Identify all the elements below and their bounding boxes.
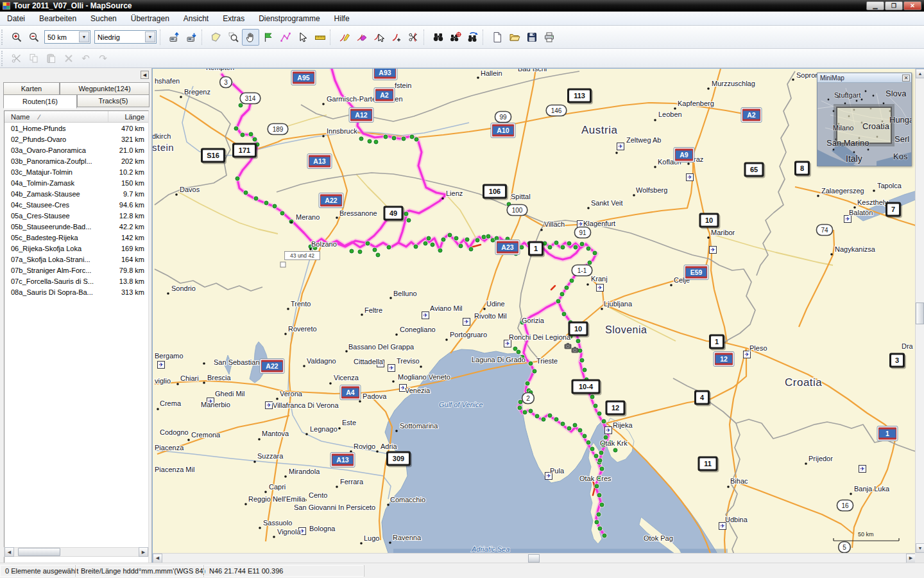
new-document-button[interactable] [488, 29, 506, 46]
column-name[interactable]: Name [11, 113, 30, 121]
route-row[interactable]: 03a_Ovaro-Panoramica21.0 km [4, 144, 148, 155]
scroll-right-icon[interactable]: ▶ [139, 547, 148, 557]
open-button[interactable] [506, 29, 523, 46]
route-row[interactable]: 02_Pfunds-Ovaro321 km [4, 134, 148, 144]
minimize-button[interactable]: ▁ [866, 1, 884, 10]
status-bar: 0 Elemente ausgewählt Breite/Länge hddd°… [0, 563, 924, 578]
menu-datei[interactable]: Datei [0, 12, 32, 25]
route-row[interactable]: 07a_Skofja Loka-Strani...164 km [4, 254, 148, 265]
zoom-tool-button[interactable] [225, 29, 242, 46]
route-name: 05c_Badesteg-Rijeka [4, 234, 103, 241]
route-row[interactable]: 01_Home-Pfunds470 km [4, 123, 148, 134]
route-row[interactable]: 04b_Zamask-Stausee9.7 km [4, 188, 148, 199]
title-bar[interactable]: Tour 2011_V07_Olli - MapSource ▁ ❐ ✕ [0, 0, 924, 12]
erase-track-button[interactable] [353, 29, 370, 46]
waypoint-tool-button[interactable] [259, 29, 277, 46]
redo-button[interactable]: ↷ [94, 50, 112, 67]
menu-suchen[interactable]: Suchen [83, 12, 124, 25]
find-button[interactable] [429, 29, 447, 46]
zoom-out-button[interactable] [25, 29, 42, 46]
route-row[interactable]: 05c_Badesteg-Rijeka142 km [4, 232, 148, 243]
selection-tool-button[interactable] [294, 29, 311, 46]
tab-tracks[interactable]: Tracks(5) [77, 94, 150, 107]
route-name: 04a_Tolmin-Zamask [4, 179, 103, 187]
svg-text:Italy: Italy [846, 153, 862, 164]
route-tool-button[interactable] [277, 29, 294, 46]
column-length[interactable]: Länge [108, 113, 148, 121]
join-track-button[interactable] [388, 29, 405, 46]
scroll-thumb[interactable] [916, 302, 924, 324]
print-button[interactable] [540, 29, 558, 46]
route-list-header[interactable]: Name∕ Länge [4, 111, 148, 123]
map-scale-select[interactable]: 50 km ▼ [44, 30, 90, 44]
scroll-thumb[interactable] [18, 548, 60, 556]
paste-button[interactable] [42, 50, 60, 67]
scroll-thumb[interactable] [528, 554, 540, 563]
delete-button[interactable] [60, 50, 77, 67]
svg-text:✈: ✈ [860, 466, 865, 472]
map-hscrollbar[interactable]: ◀ ▶ [153, 553, 916, 563]
save-button[interactable] [523, 29, 540, 46]
find-nearest-button[interactable] [447, 29, 464, 46]
minimap-close-icon[interactable]: ✕ [902, 74, 910, 82]
scroll-up-icon[interactable]: ▲ [916, 69, 924, 78]
maximize-button[interactable]: ❐ [885, 1, 903, 10]
zoom-in-button[interactable] [8, 29, 25, 46]
select-track-button[interactable] [370, 29, 388, 46]
menu-extras[interactable]: Extras [216, 12, 252, 25]
sidebar-collapse-button[interactable]: ◀ [141, 71, 149, 79]
receive-from-device-button[interactable] [183, 29, 200, 46]
toolbar-grip [1, 51, 6, 66]
svg-text:Ghedi Mil: Ghedi Mil [215, 390, 244, 398]
menu-bertragen[interactable]: Übertragen [124, 12, 176, 25]
route-row[interactable]: 05a_Cres-Stausee12.8 km [4, 210, 148, 221]
map-vscrollbar[interactable]: ▲ ▼ [915, 69, 924, 553]
route-row[interactable]: 04c_Stausee-Cres94.6 km [4, 199, 148, 210]
undo-button[interactable]: ↶ [77, 50, 94, 67]
route-row[interactable]: 03b_Panoramica-Zoufpl...202 km [4, 155, 148, 166]
svg-text:S16: S16 [207, 152, 219, 159]
map-tool-button[interactable] [207, 29, 225, 46]
menu-hilfe[interactable]: Hilfe [327, 12, 357, 25]
scroll-left-icon[interactable]: ◀ [153, 554, 162, 563]
sidebar-hscrollbar[interactable]: ◀ ▶ [4, 547, 149, 557]
close-button[interactable]: ✕ [903, 1, 921, 10]
route-row[interactable]: 07b_Straniger Alm-Forc...79.8 km [4, 265, 148, 276]
svg-text:A12: A12 [355, 111, 367, 119]
menu-ansicht[interactable]: Ansicht [176, 12, 216, 25]
map-canvas[interactable]: ✈✈✈✈✈✈✈✈✈✈✈✈✈✈✈✈✈✈✈✈✈KemptenhshafenBrege… [153, 69, 916, 553]
menu-dienstprogramme[interactable]: Dienstprogramme [252, 12, 327, 25]
cut-button[interactable] [8, 50, 25, 67]
tab-wegpunkte[interactable]: Wegpunkte(124) [60, 82, 150, 95]
detail-level-select[interactable]: Niedrig ▼ [94, 30, 157, 44]
recently-found-button[interactable] [464, 29, 481, 46]
route-row[interactable]: 08a_Sauris Di Sopra-Ba...313 km [4, 286, 148, 297]
tab-routen[interactable]: Routen(16) [3, 94, 77, 109]
minimap-panel[interactable]: MiniMap ✕ StuttgartSlovaHungaCroatiaMila… [817, 73, 912, 166]
hand-tool-button[interactable] [242, 29, 259, 46]
send-to-device-button[interactable] [166, 29, 183, 46]
tab-label: Karten [21, 85, 42, 92]
minimap-canvas[interactable]: StuttgartSlovaHungaCroatiaMilanoSan Mari… [817, 83, 911, 166]
route-row[interactable]: 05b_Stauseerunde-Bad...42.2 km [4, 221, 148, 232]
svg-text:Padova: Padova [363, 392, 387, 400]
menu-bearbeiten[interactable]: Bearbeiten [32, 12, 83, 25]
measure-tool-button[interactable] [311, 29, 329, 46]
route-row[interactable]: 03c_Matajur-Tolmin10.2 km [4, 166, 148, 177]
route-row[interactable]: 04a_Tolmin-Zamask150 km [4, 177, 148, 188]
toolbar-grip [1, 30, 6, 45]
svg-text:171: 171 [239, 146, 250, 154]
route-row[interactable]: 06_Rijeka-Skofja Loka169 km [4, 243, 148, 254]
draw-track-button[interactable] [336, 29, 353, 46]
svg-text:309: 309 [393, 455, 404, 462]
scroll-right-icon[interactable]: ▶ [906, 554, 916, 563]
minimap-titlebar[interactable]: MiniMap ✕ [817, 73, 911, 83]
scroll-left-icon[interactable]: ◀ [4, 547, 14, 557]
cut-track-button[interactable] [405, 29, 422, 46]
svg-text:314: 314 [245, 95, 256, 102]
route-row[interactable]: 07c_Forcella-Sauris di S...13.8 km [4, 276, 148, 286]
scroll-down-icon[interactable]: ▼ [916, 543, 924, 553]
copy-button[interactable] [25, 50, 42, 67]
svg-text:✈: ✈ [618, 143, 623, 150]
tab-karten[interactable]: Karten [3, 82, 60, 95]
